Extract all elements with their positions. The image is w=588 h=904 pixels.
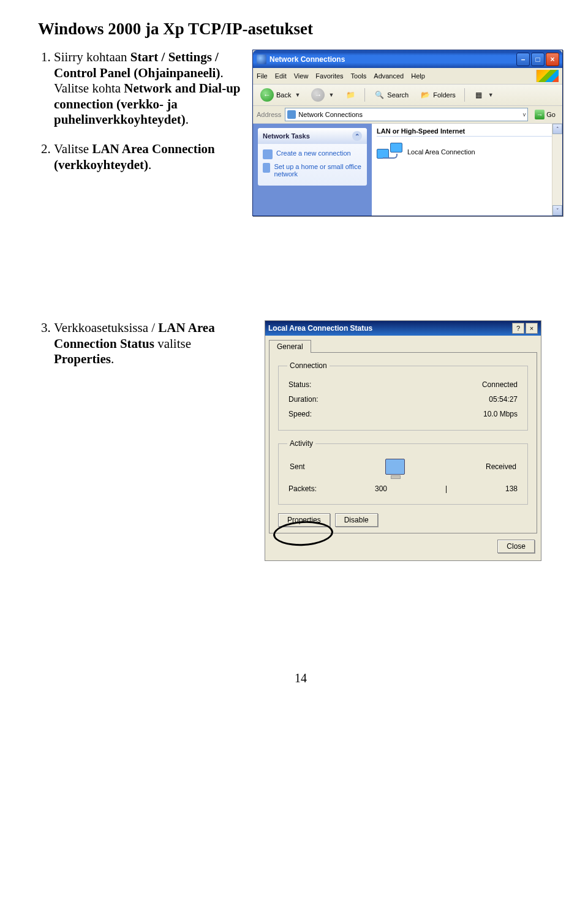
screenshot-lan-status: Local Area Connection Status ? × General… <box>265 320 540 561</box>
sent-label: Sent <box>290 462 305 471</box>
go-arrow-icon: → <box>535 110 545 119</box>
forward-arrow-icon: → <box>311 88 325 102</box>
maximize-button[interactable]: □ <box>531 53 545 66</box>
scroll-down-button[interactable]: ˅ <box>552 205 562 216</box>
address-icon <box>287 110 296 119</box>
xp-logo-icon <box>536 70 559 82</box>
status-value: Connected <box>482 380 518 389</box>
packets-sep: | <box>445 484 447 493</box>
chevron-up-icon: ⌃ <box>352 131 362 141</box>
connection-group: Connection Status:Connected Duration:05:… <box>278 361 528 431</box>
step-2: Valitse LAN Area Connection (verkkoyhtey… <box>54 141 241 173</box>
window-title: Network Connections <box>270 55 516 64</box>
properties-button[interactable]: Properties <box>278 513 330 527</box>
folders-button[interactable]: 📂 Folders <box>416 88 459 102</box>
back-arrow-icon: ← <box>260 88 274 102</box>
step-3: Verkkoasetuksissa / LAN Area Connection … <box>54 320 241 367</box>
folders-icon: 📂 <box>420 89 431 100</box>
page-title: Windows 2000 ja Xp TCP/IP-asetukset <box>38 20 564 39</box>
dialog-title: Local Area Connection Status <box>268 324 511 333</box>
instructions-left: Siirry kohtaan Start / Settings / Contro… <box>38 50 241 186</box>
screenshot-network-connections: Network Connections – □ × File Edit View… <box>252 50 562 216</box>
menu-advanced[interactable]: Advanced <box>374 72 404 80</box>
menu-edit[interactable]: Edit <box>275 72 287 80</box>
duration-label: Duration: <box>288 395 318 404</box>
activity-icon <box>385 459 405 475</box>
dialog-close-button[interactable]: × <box>526 323 538 334</box>
page-number: 14 <box>38 671 564 698</box>
dialog-titlebar[interactable]: Local Area Connection Status ? × <box>265 321 541 336</box>
scrollbar[interactable]: ˄ ˅ <box>552 124 562 216</box>
menu-file[interactable]: File <box>257 72 268 80</box>
tasks-sidebar: Network Tasks ⌃ Create a new connection … <box>253 124 372 216</box>
local-area-connection-item[interactable]: Local Area Connection <box>377 140 557 164</box>
go-button[interactable]: → Go <box>532 109 559 120</box>
packets-received: 138 <box>505 484 518 493</box>
views-icon: ▦ <box>473 89 484 100</box>
views-button[interactable]: ▦▼ <box>470 88 497 102</box>
received-label: Received <box>486 462 516 471</box>
minimize-button[interactable]: – <box>516 53 530 66</box>
status-label: Status: <box>288 380 311 389</box>
packets-label: Packets: <box>288 484 317 493</box>
disable-button[interactable]: Disable <box>335 513 378 527</box>
network-connection-icon <box>377 140 402 164</box>
speed-label: Speed: <box>288 410 312 418</box>
group-header: LAN or High-Speed Internet <box>377 127 557 137</box>
activity-group: Activity Sent Received Packets: 300 <box>278 439 528 505</box>
address-dropdown-icon[interactable]: v <box>523 111 526 118</box>
toolbar: ← Back▼ →▼ 📁 🔍 Search 📂 Folders <box>253 85 562 106</box>
explorer-content: LAN or High-Speed Internet Local Area Co… <box>372 124 562 216</box>
packets-sent: 300 <box>375 484 387 493</box>
tasks-header[interactable]: Network Tasks ⌃ <box>258 128 367 144</box>
tab-general[interactable]: General <box>269 340 311 353</box>
window-icon <box>257 55 266 64</box>
task-icon <box>263 149 273 159</box>
task-icon <box>263 163 270 173</box>
menu-favorites[interactable]: Favorites <box>315 72 343 80</box>
address-label: Address <box>257 111 281 118</box>
duration-value: 05:54:27 <box>489 395 518 404</box>
search-button[interactable]: 🔍 Search <box>370 88 412 102</box>
help-button[interactable]: ? <box>512 323 524 334</box>
scroll-up-button[interactable]: ˄ <box>552 124 562 134</box>
up-button[interactable]: 📁 <box>341 88 360 102</box>
close-dialog-button[interactable]: Close <box>497 540 535 553</box>
speed-value: 10.0 Mbps <box>483 410 518 418</box>
menu-view[interactable]: View <box>294 72 309 80</box>
folder-up-icon: 📁 <box>345 89 356 100</box>
back-button[interactable]: ← Back▼ <box>257 87 304 103</box>
task-setup-network[interactable]: Set up a home or small office network <box>263 161 362 179</box>
instructions-left-2: Verkkoasetuksissa / LAN Area Connection … <box>38 320 241 381</box>
address-field[interactable]: Network Connections v <box>285 108 528 121</box>
close-button[interactable]: × <box>546 53 559 66</box>
address-bar: Address Network Connections v → Go <box>253 106 562 124</box>
step-1: Siirry kohtaan Start / Settings / Contro… <box>54 50 241 128</box>
window-titlebar[interactable]: Network Connections – □ × <box>253 50 562 68</box>
forward-button[interactable]: →▼ <box>307 87 337 103</box>
task-create-connection[interactable]: Create a new connection <box>263 148 362 161</box>
search-icon: 🔍 <box>374 89 385 100</box>
menu-tools[interactable]: Tools <box>351 72 367 80</box>
menu-bar: File Edit View Favorites Tools Advanced … <box>253 68 562 85</box>
menu-help[interactable]: Help <box>411 72 425 80</box>
